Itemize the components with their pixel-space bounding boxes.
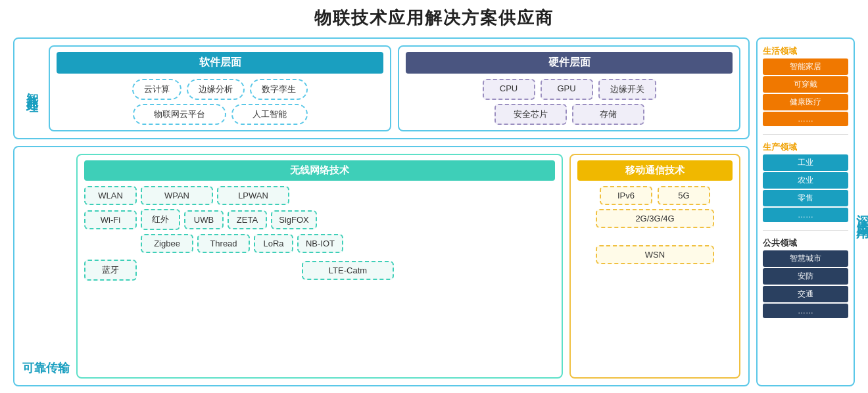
- intel-label: 智能处理: [22, 45, 42, 131]
- mobile-header: 移动通信技术: [577, 160, 733, 181]
- m-5g: 5G: [658, 186, 710, 205]
- hw-item-sec-chip: 安全芯片: [494, 104, 567, 125]
- wireless-header: 无线网络技术: [84, 160, 555, 181]
- pub-item-smart-city: 智慧城市: [763, 250, 848, 267]
- prod-item-agriculture: 农业: [763, 172, 848, 189]
- sw-panel: 软件层面 云计算 边缘分析 数字孪生 物联网云平台 人工智能: [49, 45, 391, 131]
- public-domain: 公共领域 智慧城市 安防 交通 ……: [763, 237, 848, 319]
- life-domain: 生活领域 智能家居 可穿戴 健康医疗 ……: [763, 45, 848, 127]
- pub-item-security: 安防: [763, 268, 848, 285]
- pub-item-more: ……: [763, 304, 848, 318]
- life-item-more: ……: [763, 112, 848, 126]
- w-infrared: 红外: [141, 209, 180, 230]
- hw-item-edge-switch: 边缘开关: [598, 79, 656, 100]
- hw-item-cpu: CPU: [483, 79, 535, 100]
- trans-label: 可靠传输: [22, 154, 70, 379]
- w-thread: Thread: [197, 234, 250, 253]
- w-wifi: Wi-Fi: [84, 210, 137, 229]
- sw-item-ai: 人工智能: [231, 104, 308, 125]
- m-wsn: WSN: [596, 245, 714, 264]
- depth-label: 深度应用: [854, 204, 868, 220]
- m-ipv6: IPv6: [600, 186, 652, 205]
- prod-item-more: ……: [763, 208, 848, 222]
- life-item-wearable: 可穿戴: [763, 76, 848, 93]
- hw-panel: 硬件层面 CPU GPU 边缘开关 安全芯片 存储: [398, 45, 740, 131]
- w-ltecatm: LTE-Catm: [302, 261, 394, 280]
- sw-item-iot: 物联网云平台: [133, 104, 226, 125]
- life-item-smart-home: 智能家居: [763, 58, 848, 75]
- hw-item-gpu: GPU: [541, 79, 593, 100]
- prod-item-retail: 零售: [763, 190, 848, 206]
- sw-header: 软件层面: [57, 52, 383, 74]
- public-domain-title: 公共领域: [763, 237, 848, 249]
- life-item-health: 健康医疗: [763, 94, 848, 110]
- intel-section: 智能处理 软件层面 云计算 边缘分析 数字孪生 物联网云平台 人工智能: [13, 37, 750, 139]
- prod-item-industry: 工业: [763, 154, 848, 171]
- sw-item-digital: 数字孪生: [250, 79, 308, 100]
- mobile-panel: 移动通信技术 IPv6 5G 2G/3G/4G WSN: [569, 154, 740, 379]
- w-zigbee: Zigbee: [141, 234, 193, 253]
- w-uwb: UWB: [184, 210, 224, 229]
- w-zeta: ZETA: [228, 210, 267, 229]
- m-234g: 2G/3G/4G: [596, 209, 714, 228]
- w-nbiot: NB-IOT: [297, 234, 343, 253]
- right-panel: 生活领域 智能家居 可穿戴 健康医疗 …… 生产领域 工业 农业 零售 …… 公…: [756, 37, 855, 386]
- w-bluetooth: 蓝牙: [84, 260, 137, 281]
- pub-item-transport: 交通: [763, 286, 848, 302]
- hw-header: 硬件层面: [406, 52, 733, 74]
- trans-section: 可靠传输 无线网络技术 WLAN WPAN LPWAN Wi-Fi 红外: [13, 146, 750, 386]
- wireless-panel: 无线网络技术 WLAN WPAN LPWAN Wi-Fi 红外 UWB ZETA: [76, 154, 563, 379]
- hw-item-storage: 存储: [572, 104, 644, 125]
- w-wlan: WLAN: [84, 186, 137, 205]
- sw-item-edge: 边缘分析: [187, 79, 245, 100]
- sw-item-cloud: 云计算: [132, 79, 181, 100]
- page-title: 物联技术应用解决方案供应商: [314, 7, 554, 30]
- w-wpan: WPAN: [141, 186, 213, 205]
- production-domain-title: 生产领域: [763, 141, 848, 153]
- w-lpwan: LPWAN: [217, 186, 289, 205]
- production-domain: 生产领域 工业 农业 零售 ……: [763, 141, 848, 223]
- life-domain-title: 生活领域: [763, 45, 848, 57]
- w-sigfox: SigFOX: [271, 210, 317, 229]
- w-lora: LoRa: [254, 234, 293, 253]
